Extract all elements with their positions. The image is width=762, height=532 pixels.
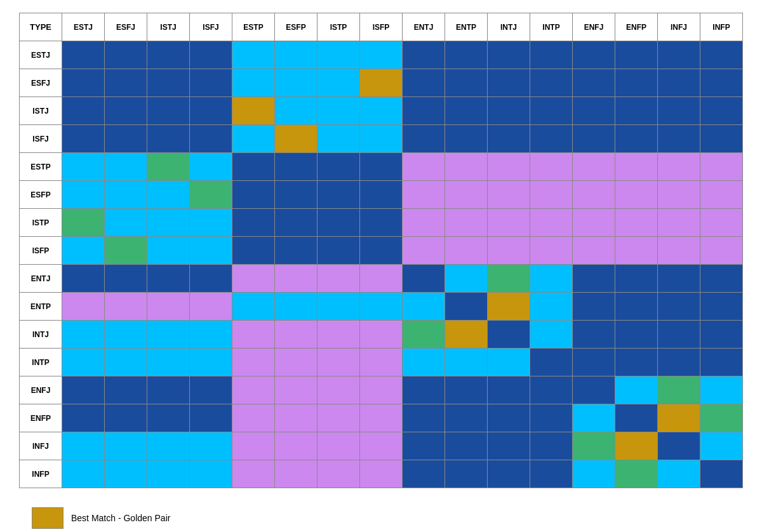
cell-ISTP-ISTP (318, 209, 360, 237)
cell-ESTJ-ENFJ (573, 41, 615, 69)
cell-ENFJ-ENFP (615, 376, 658, 404)
cell-ENFP-ISFP (360, 404, 403, 432)
cell-INFJ-INFJ (658, 432, 700, 460)
cell-INTJ-INFP (700, 321, 743, 349)
cell-ISFP-ENTP (445, 237, 488, 265)
cell-ESFJ-ISTJ (147, 69, 190, 97)
cell-ESFP-ISFJ (190, 181, 232, 209)
cell-ENFJ-ENFJ (573, 376, 615, 404)
cell-ENTP-ENTJ (403, 293, 445, 321)
cell-INTJ-ISTP (318, 321, 360, 349)
cell-ESFP-ISTJ (147, 181, 190, 209)
cell-ENTP-ISTP (318, 293, 360, 321)
cell-ESFP-ESFP (275, 181, 318, 209)
row-ENTP: ENTP (20, 293, 743, 321)
cell-INTP-ISFJ (190, 349, 232, 376)
cell-ESTJ-INTP (530, 41, 573, 69)
cell-ENFJ-INFP (700, 376, 743, 404)
cell-ISFJ-ISTP (318, 125, 360, 153)
cell-ENFP-ESTP (232, 404, 275, 432)
cell-ENTJ-INFJ (658, 265, 700, 293)
cell-ISFP-INFP (700, 237, 743, 265)
cell-ESTJ-ENTJ (403, 41, 445, 69)
cell-INFP-ESTJ (62, 460, 105, 488)
cell-ESFJ-ENFJ (573, 69, 615, 97)
cell-ESFJ-INTJ (488, 69, 530, 97)
cell-ESFP-ENTP (445, 181, 488, 209)
cell-ESTJ-ISTP (318, 41, 360, 69)
cell-ISFP-ISTJ (147, 237, 190, 265)
cell-INFP-ESTP (232, 460, 275, 488)
cell-INFP-INFJ (658, 460, 700, 488)
row-header-INTJ: INTJ (20, 321, 62, 349)
cell-ENFJ-ESFP (275, 376, 318, 404)
row-header-ESTJ: ESTJ (20, 41, 62, 69)
row-header-ENTP: ENTP (20, 293, 62, 321)
cell-ISFJ-INFP (700, 125, 743, 153)
cell-ESFP-ESTJ (62, 181, 105, 209)
cell-ESTP-INTJ (488, 153, 530, 181)
cell-ISTJ-ISTP (318, 97, 360, 125)
cell-ESTJ-ISTJ (147, 41, 190, 69)
cell-INTP-ENFP (615, 349, 658, 376)
cell-ENFJ-ESTP (232, 376, 275, 404)
cell-ISFJ-ESTP (232, 125, 275, 153)
legend-label: Best Match - Golden Pair (71, 513, 170, 523)
cell-ENFJ-ESTJ (62, 376, 105, 404)
cell-ENTJ-ENTP (445, 265, 488, 293)
cell-ESTP-ESFJ (105, 153, 147, 181)
col-header-ENFP: ENFP (615, 13, 658, 41)
cell-ISTJ-ISTJ (147, 97, 190, 125)
cell-ENTP-ESFP (275, 293, 318, 321)
row-INFJ: INFJ (20, 432, 743, 460)
cell-ESFP-ISTP (318, 181, 360, 209)
cell-ISFJ-ENTP (445, 125, 488, 153)
col-header-ENTP: ENTP (445, 13, 488, 41)
col-header-INFJ: INFJ (658, 13, 700, 41)
row-header-ISFP: ISFP (20, 237, 62, 265)
cell-INFP-ENTP (445, 460, 488, 488)
cell-INTP-ENTJ (403, 349, 445, 376)
cell-INTP-ISTJ (147, 349, 190, 376)
cell-INFJ-INTP (530, 432, 573, 460)
legend-item: Best Match - Golden Pair (32, 507, 743, 529)
col-header-ISTP: ISTP (318, 13, 360, 41)
cell-ENTJ-ESFJ (105, 265, 147, 293)
cell-ENFP-INFP (700, 404, 743, 432)
row-header-ENTJ: ENTJ (20, 265, 62, 293)
cell-ENFJ-INTJ (488, 376, 530, 404)
cell-ISTP-ISFJ (190, 209, 232, 237)
cell-ESTP-ENFP (615, 153, 658, 181)
cell-INFJ-ISTJ (147, 432, 190, 460)
cell-INTP-INTJ (488, 349, 530, 376)
col-header-ESTJ: ESTJ (62, 13, 105, 41)
cell-INTP-ESFP (275, 349, 318, 376)
cell-INTP-ESFJ (105, 349, 147, 376)
cell-ISFJ-ESFP (275, 125, 318, 153)
cell-ENFP-ENFJ (573, 404, 615, 432)
cell-ESFP-INTJ (488, 181, 530, 209)
cell-INTJ-ESFJ (105, 321, 147, 349)
row-ESFP: ESFP (20, 181, 743, 209)
cell-ESTJ-ISFP (360, 41, 403, 69)
cell-INFJ-INFP (700, 432, 743, 460)
col-header-ENTJ: ENTJ (403, 13, 445, 41)
cell-ISTJ-ENFP (615, 97, 658, 125)
cell-ENTJ-ENTJ (403, 265, 445, 293)
cell-ISFP-ESFP (275, 237, 318, 265)
col-header-INTP: INTP (530, 13, 573, 41)
cell-ESTP-ENTP (445, 153, 488, 181)
cell-ENTP-INFJ (658, 293, 700, 321)
cell-ENTP-ENFJ (573, 293, 615, 321)
cell-ISFP-ENFJ (573, 237, 615, 265)
cell-ISTJ-INTJ (488, 97, 530, 125)
cell-ESTP-INFJ (658, 153, 700, 181)
cell-INFJ-ISTP (318, 432, 360, 460)
row-header-ISTJ: ISTJ (20, 97, 62, 125)
cell-ENFJ-ISTJ (147, 376, 190, 404)
cell-ISFP-ISTP (318, 237, 360, 265)
cell-ISFJ-ISTJ (147, 125, 190, 153)
cell-ISTP-ESTJ (62, 209, 105, 237)
cell-INFJ-ISFJ (190, 432, 232, 460)
cell-ESFJ-INTP (530, 69, 573, 97)
